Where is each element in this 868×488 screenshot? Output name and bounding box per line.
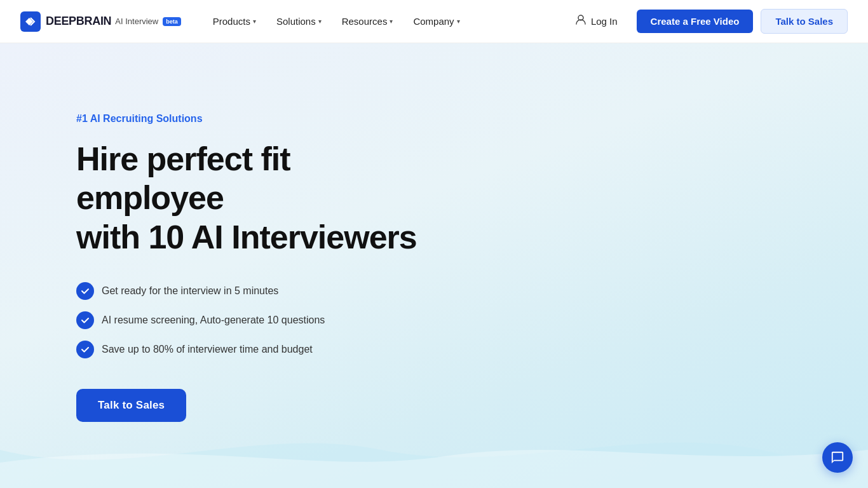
feature-text-2: AI resume screening, Auto-generate 10 qu… [102, 315, 325, 326]
hero-title: Hire perfect fit employee with 10 AI Int… [76, 140, 445, 257]
nav-solutions[interactable]: Solutions ▾ [268, 11, 330, 32]
hero-features-list: Get ready for the interview in 5 minutes… [76, 282, 445, 358]
logo-brand: DEEPBRAIN [46, 15, 111, 28]
hero-section: #1 AI Recruiting Solutions Hire perfect … [0, 43, 868, 488]
hero-cta-button[interactable]: Talk to Sales [76, 389, 186, 422]
login-button[interactable]: Log In [563, 8, 629, 34]
resources-chevron-icon: ▾ [390, 18, 393, 25]
beta-badge: beta [163, 17, 181, 26]
hero-title-line1: Hire perfect fit employee [76, 140, 290, 216]
deepbrain-logo-icon [20, 11, 41, 32]
hero-tag: #1 AI Recruiting Solutions [76, 113, 445, 125]
feature-text-1: Get ready for the interview in 5 minutes [102, 285, 278, 297]
check-icon-1 [76, 282, 94, 300]
check-icon-3 [76, 341, 94, 358]
create-video-button[interactable]: Create a Free Video [637, 10, 754, 33]
check-icon-2 [76, 311, 94, 329]
products-chevron-icon: ▾ [253, 18, 256, 25]
hero-feature-2: AI resume screening, Auto-generate 10 qu… [76, 311, 445, 329]
nav-resources[interactable]: Resources ▾ [333, 11, 402, 32]
nav-links: Products ▾ Solutions ▾ Resources ▾ Compa… [204, 11, 469, 32]
chat-button[interactable] [822, 442, 853, 473]
hero-wave [0, 412, 868, 488]
user-icon [574, 13, 587, 29]
login-label: Log In [591, 16, 618, 27]
hero-feature-3: Save up to 80% of interviewer time and b… [76, 341, 445, 358]
hero-feature-1: Get ready for the interview in 5 minutes [76, 282, 445, 300]
logo-text: DEEPBRAIN AI Interview beta [46, 15, 181, 28]
navbar: DEEPBRAIN AI Interview beta Products ▾ S… [0, 0, 868, 43]
logo-area[interactable]: DEEPBRAIN AI Interview beta [20, 11, 181, 32]
navbar-left: DEEPBRAIN AI Interview beta Products ▾ S… [20, 11, 469, 32]
hero-title-line2: with 10 AI Interviewers [76, 219, 417, 255]
solutions-chevron-icon: ▾ [318, 18, 322, 25]
nav-products[interactable]: Products ▾ [204, 11, 265, 32]
talk-to-sales-nav-button[interactable]: Talk to Sales [761, 9, 848, 34]
logo-product: AI Interview [115, 17, 158, 26]
hero-content: #1 AI Recruiting Solutions Hire perfect … [0, 43, 445, 422]
nav-company[interactable]: Company ▾ [404, 11, 468, 32]
company-chevron-icon: ▾ [457, 18, 460, 25]
navbar-right: Log In Create a Free Video Talk to Sales [563, 8, 848, 34]
feature-text-3: Save up to 80% of interviewer time and b… [102, 344, 313, 355]
